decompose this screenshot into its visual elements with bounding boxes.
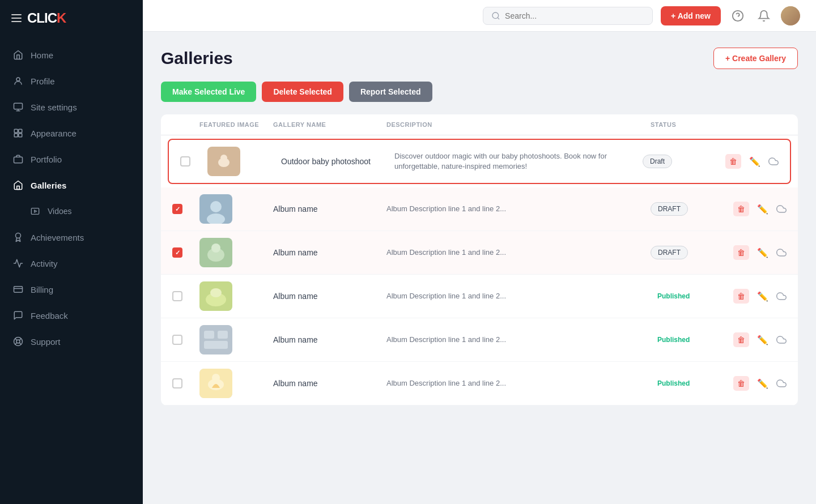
sidebar-item-label: Achievements xyxy=(31,233,84,242)
galleries-table: FEATURED IMAGE GALLERY NAME DESCRIPTION … xyxy=(161,114,798,405)
cloud-icon[interactable] xyxy=(776,291,787,301)
sidebar-item-label: Feedback xyxy=(31,311,68,321)
sidebar-item-portfolio[interactable]: Portfolio xyxy=(0,146,143,172)
edit-icon[interactable]: ✏️ xyxy=(757,335,768,345)
cloud-icon[interactable] xyxy=(776,204,787,214)
status-badge: Published xyxy=(651,290,696,302)
svg-rect-2 xyxy=(14,129,18,133)
sidebar-item-feedback[interactable]: Feedback xyxy=(0,302,143,328)
gallery-description: Album Description line 1 and line 2... xyxy=(386,247,651,258)
search-icon xyxy=(491,11,500,20)
sidebar-item-label: Vidoes xyxy=(48,207,72,216)
svg-point-34 xyxy=(210,288,222,297)
search-input[interactable] xyxy=(505,11,644,20)
search-box[interactable] xyxy=(483,7,653,25)
checkbox[interactable] xyxy=(172,335,182,345)
feedback-icon xyxy=(12,310,24,321)
edit-icon[interactable]: ✏️ xyxy=(757,247,768,258)
row-actions: 🗑 ✏️ xyxy=(722,154,779,169)
create-gallery-button[interactable]: + Create Gallery xyxy=(713,48,798,69)
edit-icon[interactable]: ✏️ xyxy=(757,378,768,389)
logo: CLICK xyxy=(27,10,66,26)
svg-point-41 xyxy=(212,374,220,382)
svg-line-17 xyxy=(19,339,21,340)
checkbox[interactable] xyxy=(172,247,182,258)
row-status: DRAFT xyxy=(651,202,730,216)
row-status: DRAFT xyxy=(651,246,730,259)
row-checkbox[interactable] xyxy=(172,335,199,345)
row-checkbox[interactable] xyxy=(172,247,199,258)
delete-selected-button[interactable]: Delete Selected xyxy=(262,82,343,102)
table-row: Album name Album Description line 1 and … xyxy=(161,275,798,318)
galleries-icon xyxy=(12,180,24,191)
sidebar-item-home[interactable]: Home xyxy=(0,42,143,68)
sidebar-item-site-settings[interactable]: Site settings xyxy=(0,94,143,120)
avatar[interactable] xyxy=(781,6,800,25)
status-badge: DRAFT xyxy=(651,202,688,216)
checkbox[interactable] xyxy=(172,204,182,214)
cloud-icon[interactable] xyxy=(776,378,787,388)
cloud-icon[interactable] xyxy=(776,247,787,258)
delete-icon[interactable]: 🗑 xyxy=(733,202,749,216)
hamburger-menu[interactable] xyxy=(11,14,22,22)
table-row: Album name Album Description line 1 and … xyxy=(161,362,798,405)
checkbox[interactable] xyxy=(172,291,182,301)
report-selected-button[interactable]: Report Selected xyxy=(349,82,432,102)
sidebar-item-label: Activity xyxy=(31,259,58,268)
sidebar-item-galleries[interactable]: Galleries xyxy=(0,172,143,198)
status-badge: Published xyxy=(651,377,696,390)
edit-icon[interactable]: ✏️ xyxy=(757,204,768,215)
sidebar-item-support[interactable]: Support xyxy=(0,328,143,354)
sidebar-item-label: Support xyxy=(31,337,61,347)
cloud-icon[interactable] xyxy=(768,156,779,166)
gallery-name: Album name xyxy=(273,292,386,301)
home-icon xyxy=(12,49,24,61)
gallery-name: Outdoor baby photoshoot xyxy=(281,157,394,166)
row-checkbox[interactable] xyxy=(172,291,199,301)
cloud-icon[interactable] xyxy=(776,335,787,345)
svg-rect-3 xyxy=(19,129,22,133)
sidebar-item-achievements[interactable]: Achievements xyxy=(0,224,143,250)
delete-icon[interactable]: 🗑 xyxy=(733,376,749,391)
sidebar-item-videos[interactable]: Vidoes xyxy=(0,198,143,224)
delete-icon[interactable]: 🗑 xyxy=(733,245,749,260)
sidebar-item-billing[interactable]: Billing xyxy=(0,276,143,302)
help-icon[interactable] xyxy=(729,7,747,25)
row-status: Published xyxy=(651,377,730,390)
gallery-description: Album Description line 1 and line 2... xyxy=(386,204,651,214)
edit-icon[interactable]: ✏️ xyxy=(757,291,768,302)
video-icon xyxy=(29,206,41,217)
row-checkbox[interactable] xyxy=(180,156,207,166)
svg-line-16 xyxy=(19,343,21,344)
activity-icon xyxy=(12,258,24,269)
sidebar-nav: Home Profile Site settings Appearance Po xyxy=(0,36,143,504)
row-status: Published xyxy=(651,334,730,346)
main-wrapper: + Add new Galleries + Create Gallery Mak… xyxy=(143,0,816,504)
row-checkbox[interactable] xyxy=(172,378,199,388)
notifications-icon[interactable] xyxy=(755,7,773,25)
sidebar-item-label: Appearance xyxy=(31,129,76,138)
row-status: Draft xyxy=(643,155,722,168)
table-row: Album name Album Description line 1 and … xyxy=(161,187,798,231)
checkbox[interactable] xyxy=(172,378,182,388)
col-featured-image: FEATURED IMAGE xyxy=(199,121,273,128)
page-title: Galleries xyxy=(161,49,233,68)
achievements-icon xyxy=(12,232,24,243)
make-selected-live-button[interactable]: Make Selected Live xyxy=(161,82,256,102)
gallery-name: Album name xyxy=(273,335,386,344)
checkbox[interactable] xyxy=(180,156,190,166)
delete-icon[interactable]: 🗑 xyxy=(733,289,749,304)
sidebar-item-profile[interactable]: Profile xyxy=(0,68,143,94)
row-checkbox[interactable] xyxy=(172,204,199,214)
sidebar-item-appearance[interactable]: Appearance xyxy=(0,120,143,146)
delete-icon[interactable]: 🗑 xyxy=(733,332,749,347)
edit-icon[interactable]: ✏️ xyxy=(749,156,760,167)
gallery-name: Album name xyxy=(273,379,386,388)
col-description: DESCRIPTION xyxy=(386,121,651,128)
sidebar-item-activity[interactable]: Activity xyxy=(0,250,143,276)
add-new-button[interactable]: + Add new xyxy=(661,6,721,25)
delete-icon[interactable]: 🗑 xyxy=(725,154,741,169)
content-area: Galleries + Create Gallery Make Selected… xyxy=(143,32,816,504)
svg-point-0 xyxy=(16,78,20,81)
status-badge: Published xyxy=(651,334,696,346)
